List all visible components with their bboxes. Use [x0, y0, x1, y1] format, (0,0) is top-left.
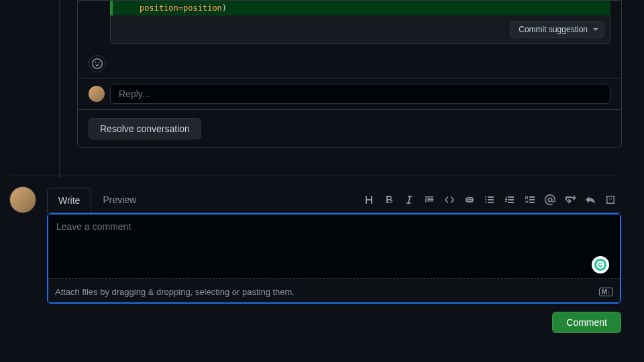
markdown-icon[interactable]: M↓ — [599, 288, 613, 296]
expand-icon[interactable] — [605, 194, 616, 205]
quote-icon[interactable] — [424, 194, 435, 205]
unordered-list-icon[interactable] — [484, 194, 495, 205]
cross-reference-icon[interactable] — [565, 194, 576, 205]
attach-row[interactable]: Attach files by dragging & dropping, sel… — [48, 282, 620, 302]
divider — [9, 176, 621, 176]
avatar — [9, 186, 36, 213]
comment-button[interactable]: Comment — [552, 312, 621, 333]
reply-row — [78, 78, 621, 109]
reaction-row — [78, 50, 621, 78]
bold-icon[interactable] — [384, 194, 394, 205]
attach-hint: Attach files by dragging & dropping, sel… — [55, 287, 294, 297]
footer-row: Comment — [47, 312, 621, 333]
avatar — [89, 86, 105, 102]
conversation-card: position=position) Commit suggestion Res… — [77, 0, 622, 148]
comment-body: G Attach files by dragging & dropping, s… — [47, 213, 621, 304]
italic-icon[interactable] — [404, 194, 415, 205]
reply-icon[interactable] — [585, 194, 596, 205]
resolve-conversation-button[interactable]: Resolve conversation — [89, 118, 201, 139]
comment-textarea[interactable] — [48, 215, 620, 279]
ordered-list-icon[interactable] — [504, 194, 515, 205]
tab-header: Write Preview — [47, 186, 621, 213]
comment-area: Write Preview G — [9, 186, 621, 333]
suggestion-box: position=position) Commit suggestion — [110, 1, 610, 44]
tasklist-icon[interactable] — [525, 194, 535, 205]
grammarly-icon[interactable]: G — [592, 256, 609, 274]
add-reaction-button[interactable] — [89, 55, 106, 72]
reply-input[interactable] — [110, 84, 610, 104]
formatting-toolbar — [364, 194, 621, 205]
link-icon[interactable] — [464, 194, 475, 205]
smiley-icon — [92, 58, 103, 69]
code-line: position=position) — [110, 1, 610, 15]
suggestion-footer: Commit suggestion — [110, 15, 610, 44]
code-icon[interactable] — [444, 194, 455, 205]
mention-icon[interactable] — [545, 194, 555, 205]
tab-preview[interactable]: Preview — [91, 187, 148, 212]
resolve-row: Resolve conversation — [78, 109, 621, 147]
heading-icon[interactable] — [364, 194, 374, 205]
tab-write[interactable]: Write — [47, 188, 91, 213]
commit-suggestion-button[interactable]: Commit suggestion — [510, 21, 604, 38]
